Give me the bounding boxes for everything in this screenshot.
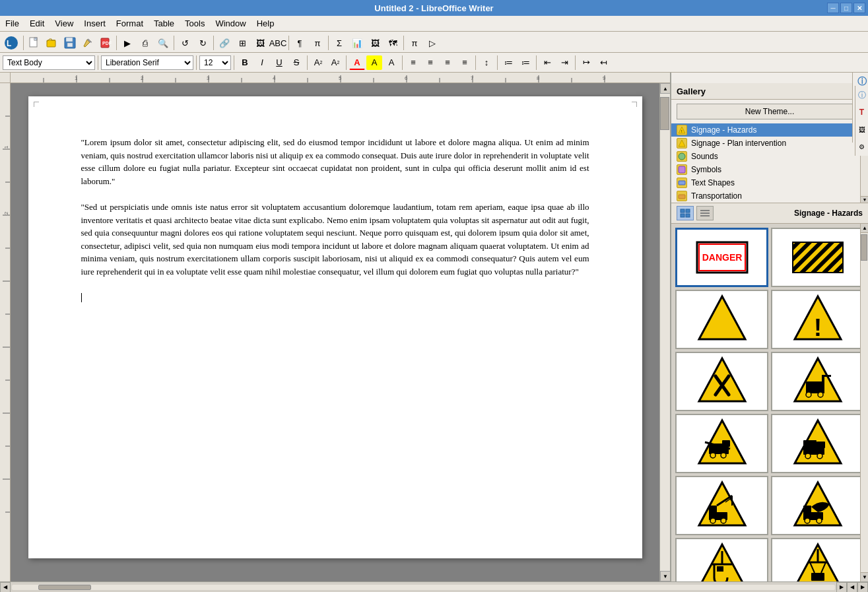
close-btn[interactable]: ✕ (853, 3, 865, 13)
ruler-btn[interactable]: π (309, 34, 326, 51)
print-btn[interactable]: ⎙ (137, 34, 154, 51)
italic-btn[interactable]: I (254, 55, 270, 70)
subscript-btn[interactable]: A2 (327, 55, 343, 70)
gallery-item-4[interactable]: Text Shapes (671, 176, 868, 189)
next-page-btn[interactable]: ▶ (857, 582, 868, 593)
paragraph-2[interactable]: "Sed ut perspiciatis unde omnis iste nat… (81, 201, 589, 278)
align-left-btn[interactable]: ≡ (405, 55, 421, 70)
far-info-btn[interactable]: ⓘ (854, 87, 869, 103)
minimize-btn[interactable]: ─ (827, 3, 839, 13)
window-controls[interactable]: ─ □ ✕ (827, 3, 865, 13)
gallery-cell-stripe[interactable] (771, 228, 864, 287)
gallery-item-0[interactable]: ! Signage - Hazards (671, 123, 868, 137)
menu-view[interactable]: View (50, 17, 79, 30)
numlist-btn[interactable]: ≔ (517, 55, 533, 70)
gallery-btn[interactable]: 🖼 (366, 34, 384, 51)
gallery-item-2[interactable]: Sounds (671, 150, 868, 163)
h-scroll-left-btn[interactable]: ◀ (0, 582, 11, 593)
menu-edit[interactable]: Edit (24, 17, 50, 30)
strikethrough-btn[interactable]: S (288, 55, 304, 70)
indent-dec-btn[interactable]: ⇤ (539, 55, 555, 70)
print-preview-btn[interactable]: ▶ (119, 34, 136, 51)
gallery-grid-scroll-up[interactable]: ▲ (861, 224, 868, 233)
align-right-btn[interactable]: ≡ (440, 55, 455, 70)
math-btn[interactable]: Σ (331, 34, 348, 51)
special-chars-btn[interactable]: π (406, 34, 423, 51)
style-select[interactable]: Text Body Default Paragraph Style Headin… (3, 55, 95, 70)
prev-page-btn[interactable]: ◀ (847, 582, 857, 593)
maximize-btn[interactable]: □ (840, 3, 852, 13)
table-btn[interactable]: ⊞ (234, 34, 251, 51)
far-settings-btn[interactable]: ⚙ (854, 139, 869, 154)
page[interactable]: "Lorem ipsum dolor sit amet, consectetur… (28, 96, 642, 558)
gallery-cell-triangle-x[interactable] (675, 352, 768, 411)
gallery-cell-cam1[interactable] (675, 476, 768, 535)
list-btn[interactable]: ≔ (500, 55, 516, 70)
gallery-cell-hook1[interactable] (675, 538, 768, 581)
gallery-cell-triangle-plain[interactable] (675, 290, 768, 349)
menu-tools[interactable]: Tools (180, 17, 210, 30)
far-img-btn[interactable]: 🖼 (854, 121, 869, 137)
page-content[interactable]: "Lorem ipsum dolor sit amet, consectetur… (81, 136, 589, 304)
new-theme-btn[interactable]: New Theme... (677, 104, 863, 119)
scroll-thumb[interactable] (660, 97, 669, 130)
menu-format[interactable]: Format (111, 17, 149, 30)
new-btn[interactable] (26, 34, 43, 51)
font-select[interactable]: Liberation Serif Liberation Sans Arial (101, 55, 193, 70)
gallery-item-3[interactable]: Symbols (671, 163, 868, 176)
rtl-btn[interactable]: ↤ (595, 55, 611, 70)
menu-window[interactable]: Window (210, 17, 251, 30)
font-color-btn[interactable]: A (349, 55, 365, 70)
nonprint-btn[interactable]: ¶ (291, 34, 308, 51)
bold-btn[interactable]: B (237, 55, 253, 70)
gallery-list-scroll-down[interactable]: ▼ (861, 196, 868, 203)
menu-insert[interactable]: Insert (79, 17, 111, 30)
gallery-cell-truck1[interactable] (675, 414, 768, 473)
gallery-list-view-btn[interactable] (696, 206, 714, 220)
v-scrollbar[interactable]: ▲ ▼ (659, 83, 670, 581)
gallery-grid-scroll-thumb[interactable] (861, 234, 867, 261)
far-text-btn[interactable]: T (854, 104, 869, 120)
gallery-grid-scrollbar[interactable]: ▲ ▼ (860, 224, 868, 581)
document-scroll-area[interactable]: "Lorem ipsum dolor sit amet, consectetur… (11, 83, 659, 581)
redo-btn[interactable]: ↻ (194, 34, 211, 51)
highlight-btn[interactable]: A (366, 55, 382, 70)
find-btn[interactable]: 🔍 (154, 34, 172, 51)
spellcheck-btn[interactable]: ABC (269, 34, 286, 51)
h-scrollbar[interactable]: ◀ ▶ ◀ ▶ (0, 581, 868, 592)
gallery-cell-cam2[interactable] (771, 476, 864, 535)
menu-table[interactable]: Table (149, 17, 180, 30)
open-btn[interactable] (44, 34, 61, 51)
menu-file[interactable]: File (0, 17, 24, 30)
gallery-grid-view-btn[interactable] (677, 206, 694, 220)
gallery-grid-scroll-down[interactable]: ▼ (861, 572, 868, 581)
scroll-track[interactable] (660, 94, 670, 571)
undo-btn[interactable]: ↺ (176, 34, 193, 51)
gallery-cell-triangle-exclaim[interactable]: ! (771, 290, 864, 349)
h-scroll-right-btn[interactable]: ▶ (836, 582, 847, 593)
font-size-select[interactable]: 12 10 14 16 (199, 55, 231, 70)
paragraph-1[interactable]: "Lorem ipsum dolor sit amet, consectetur… (81, 136, 589, 187)
align-center-btn[interactable]: ≡ (422, 55, 438, 70)
save-btn[interactable] (61, 34, 79, 51)
scroll-down-btn[interactable]: ▼ (660, 571, 670, 581)
justify-btn[interactable]: ≡ (457, 55, 473, 70)
ltr-btn[interactable]: ↦ (578, 55, 594, 70)
export-btn[interactable]: PDF (97, 34, 114, 51)
macro-btn[interactable]: ▷ (424, 34, 441, 51)
gallery-cell-danger[interactable]: DANGER (675, 228, 768, 287)
edit-mode-btn[interactable] (79, 34, 96, 51)
navigator-btn[interactable]: 🗺 (384, 34, 401, 51)
linespacing-btn[interactable]: ↕ (479, 55, 494, 70)
char-shading-btn[interactable]: A (384, 55, 399, 70)
h-scroll-thumb[interactable] (38, 585, 91, 590)
gallery-cell-hook2[interactable] (771, 538, 864, 581)
hyperlink-btn[interactable]: 🔗 (216, 34, 233, 51)
superscript-btn[interactable]: A2 (310, 55, 326, 70)
gallery-cell-truck2[interactable] (771, 414, 864, 473)
underline-btn[interactable]: U (271, 55, 287, 70)
gallery-cell-forklift[interactable] (771, 352, 864, 411)
chart-btn[interactable]: 📊 (349, 34, 366, 51)
insert-image-btn[interactable]: 🖼 (251, 34, 269, 51)
menu-help[interactable]: Help (251, 17, 280, 30)
